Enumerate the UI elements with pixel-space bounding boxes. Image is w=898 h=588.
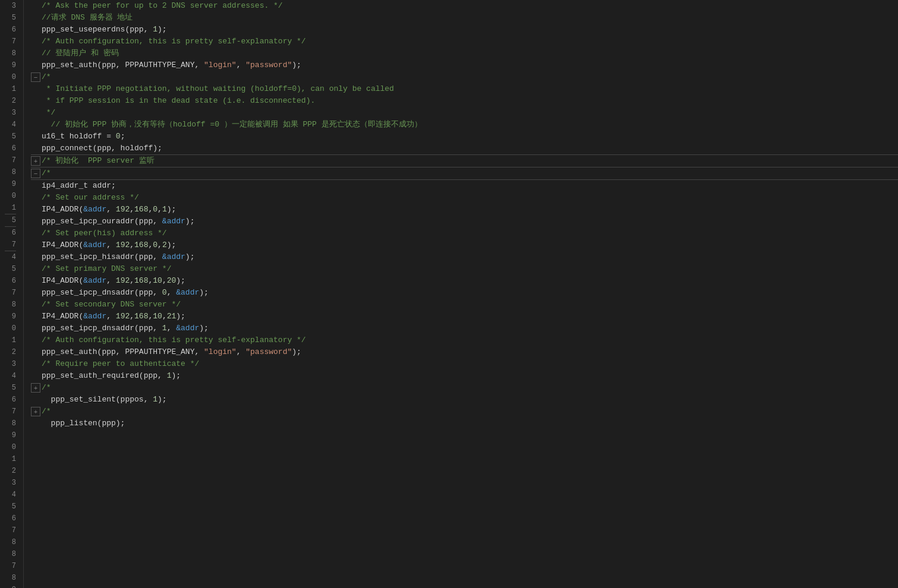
code-line: ppp_set_silent(pppos, 1); [31, 394, 898, 406]
fold-expand-icon[interactable]: + [31, 383, 40, 393]
line-number: 6 [5, 143, 16, 154]
fold-collapse-icon[interactable]: − [31, 169, 40, 178]
code-text: ppp_set_silent(pppos, 1); [42, 394, 898, 406]
line-number: 9 [5, 311, 16, 323]
code-text: * Initiate PPP negotiation, without wait… [42, 83, 898, 95]
code-text: /* [42, 71, 898, 83]
code-line: //请求 DNS 服务器 地址 [31, 12, 898, 24]
line-number: 7 [5, 524, 16, 536]
code-line: u16_t holdoff = 0; [31, 131, 898, 143]
line-number: 7 [5, 560, 16, 572]
code-line: /* Require peer to authenticate */ [31, 358, 898, 370]
line-number: 2 [5, 465, 16, 477]
line-number: 0 [5, 323, 16, 334]
code-text: ppp_set_ipcp_ouraddr(ppp, &addr); [42, 216, 898, 227]
line-number: 1 [5, 83, 16, 95]
code-line: ppp_set_ipcp_hisaddr(ppp, &addr); [31, 251, 898, 263]
code-line: /* Auth configuration, this is pretty se… [31, 36, 898, 48]
line-number: 4 [5, 251, 16, 263]
code-line: −/* [31, 167, 898, 179]
code-text: ppp_set_auth_required(ppp, 1); [42, 370, 898, 382]
line-number: 9 [5, 178, 16, 190]
code-line: +/* [31, 382, 898, 394]
code-text: // 登陆用户 和 密码 [42, 48, 898, 59]
code-line: ip4_addr_t addr; [31, 180, 898, 192]
line-number: 8 [5, 166, 16, 178]
code-text: /* Require peer to authenticate */ [42, 358, 898, 370]
code-line: ppp_set_auth(ppp, PPPAUTHTYPE_ANY, "logi… [31, 59, 898, 71]
code-line: ppp_set_ipcp_ouraddr(ppp, &addr); [31, 216, 898, 227]
code-text: /* [42, 167, 898, 179]
line-number: 1 [5, 202, 16, 214]
line-number: 3 [5, 0, 16, 12]
code-text: ppp_set_ipcp_dnsaddr(ppp, 1, &addr); [42, 323, 898, 334]
code-text: /* Set peer(his) address */ [42, 227, 898, 239]
line-number: 9 [5, 429, 16, 441]
code-text: //请求 DNS 服务器 地址 [42, 12, 898, 24]
code-line: ppp_connect(ppp, holdoff); [31, 143, 898, 154]
code-line: * if PPP session is in the dead state (i… [31, 95, 898, 107]
code-line: */ [31, 107, 898, 119]
code-line: /* Auth configuration, this is pretty se… [31, 334, 898, 346]
code-text: IP4_ADDR(&addr, 192,168,10,21); [42, 311, 898, 323]
line-number: 7 [5, 154, 16, 166]
line-number: 3 [5, 107, 16, 119]
code-text: /* [42, 406, 898, 418]
code-text: */ [42, 107, 898, 119]
line-number: 4 [5, 489, 16, 501]
code-text: /* [42, 382, 898, 394]
line-number: 1 [5, 334, 16, 346]
code-text: IP4_ADDR(&addr, 192,168,10,20); [42, 275, 898, 287]
code-text: IP4_ADDR(&addr, 192,168,0,2); [42, 239, 898, 251]
line-number: 0 [5, 190, 16, 202]
line-number: 6 [5, 275, 16, 287]
code-text: ppp_set_usepeerdns(ppp, 1); [42, 24, 898, 36]
code-text: /* 初始化 PPP server 监听 [42, 155, 898, 167]
line-number: 7 [5, 287, 16, 299]
code-text: ppp_set_ipcp_dnsaddr(ppp, 0, &addr); [42, 287, 898, 299]
code-line: ppp_set_ipcp_dnsaddr(ppp, 0, &addr); [31, 287, 898, 299]
line-number: 5 [5, 382, 16, 394]
line-number: 6 [5, 227, 16, 239]
code-line: ppp_set_auth_required(ppp, 1); [31, 370, 898, 382]
line-number: 8 [5, 536, 16, 548]
code-text: ppp_set_auth(ppp, PPPAUTHTYPE_ANY, "logi… [42, 59, 898, 71]
code-text: /* Ask the peer for up to 2 DNS server a… [42, 0, 898, 12]
line-numbers: 3567890123456789015674567890123456789012… [0, 0, 24, 588]
line-number: 0 [5, 71, 16, 83]
line-number: 4 [5, 370, 16, 382]
line-number: 7 [5, 239, 16, 251]
line-number: 3 [5, 477, 16, 489]
code-text: /* Auth configuration, this is pretty se… [42, 334, 898, 346]
code-text: /* Set our address */ [42, 192, 898, 204]
code-line: ppp_set_usepeerdns(ppp, 1); [31, 24, 898, 36]
line-number: 9 [5, 59, 16, 71]
line-number: 2 [5, 95, 16, 107]
code-line: /* Set our address */ [31, 192, 898, 204]
line-number: 8 [5, 418, 16, 429]
fold-collapse-icon[interactable]: − [31, 72, 40, 82]
code-text: ppp_set_ipcp_hisaddr(ppp, &addr); [42, 251, 898, 263]
line-number: 8 [5, 48, 16, 59]
code-text: * if PPP session is in the dead state (i… [42, 95, 898, 107]
line-number: 5 [5, 214, 16, 226]
line-number: 3 [5, 358, 16, 370]
code-text: ppp_connect(ppp, holdoff); [42, 143, 898, 154]
line-number: 7 [5, 406, 16, 418]
code-text: ppp_set_auth(ppp, PPPAUTHTYPE_ANY, "logi… [42, 346, 898, 358]
fold-expand-icon[interactable]: + [31, 407, 40, 416]
code-line: −/* [31, 71, 898, 83]
code-line: IP4_ADDR(&addr, 192,168,0,2); [31, 239, 898, 251]
code-text: /* Auth configuration, this is pretty se… [42, 36, 898, 48]
code-line: // 登陆用户 和 密码 [31, 48, 898, 59]
line-number: 8 [5, 572, 16, 584]
code-editor: 3567890123456789015674567890123456789012… [0, 0, 898, 588]
line-number: 1 [5, 453, 16, 465]
code-line: // 初始化 PPP 协商，没有等待（holdoff =0 ）一定能被调用 如果… [31, 119, 898, 131]
code-content: /* Ask the peer for up to 2 DNS server a… [24, 0, 898, 588]
line-number: 5 [5, 131, 16, 143]
code-line: ppp_set_auth(ppp, PPPAUTHTYPE_ANY, "logi… [31, 346, 898, 358]
line-number: 5 [5, 12, 16, 24]
fold-expand-icon[interactable]: + [31, 156, 40, 166]
code-line: ppp_listen(ppp); [31, 418, 898, 429]
